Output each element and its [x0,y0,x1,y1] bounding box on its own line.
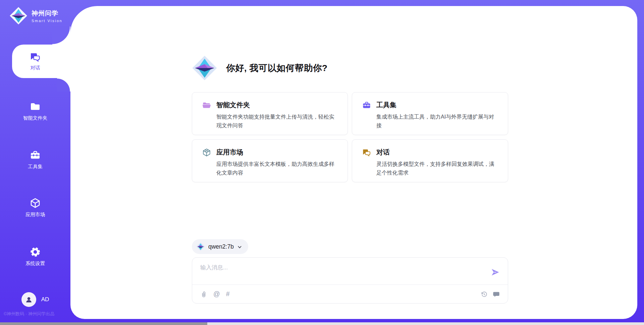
content-column: 你好, 我可以如何帮助你? 智能文件夹 智能文件夹功能支持批量文件上传与清洗，轻… [192,6,508,304]
user-profile[interactable]: AD [0,292,70,307]
model-selector[interactable]: qwen2:7b [192,239,248,254]
avatar [21,292,36,307]
card-description: 应用市场提供丰富长文本模板，助力高效生成多样化文章内容 [216,160,338,177]
card-description: 智能文件夹功能支持批量文件上传与清洗，轻松实现文件问答 [216,113,338,130]
model-name: qwen2:7b [208,243,234,250]
card-title: 智能文件夹 [216,101,250,110]
user-initials: AD [41,296,49,303]
mention-icon[interactable]: @ [213,291,220,298]
greeting-diamond-icon [192,55,217,81]
main-panel: 你好, 我可以如何帮助你? 智能文件夹 智能文件夹功能支持批量文件上传与清洗，轻… [70,6,637,319]
chat-icon [30,52,41,62]
copyright-footer: ©神州数码 · 神州问学出品 [4,311,54,317]
sidebar-item-label: 智能文件夹 [23,115,48,121]
folder-icon [30,101,41,112]
brand-text: 神州问学 Smart Vision [32,9,62,23]
sidebar-item-app-market[interactable]: 应用市场 [0,198,70,218]
active-tab-flare-bottom [57,78,70,91]
card-description: 集成市场上主流工具，助力AI与外界无缝扩展与对接 [376,113,498,130]
composer-tools-right [481,284,500,304]
brand-diamond-icon [9,7,28,25]
topic-icon[interactable]: # [226,291,230,298]
cube-grid-icon [202,148,211,157]
greeting-title: 你好, 我可以如何帮助你? [226,62,327,74]
chevron-down-icon [237,245,242,250]
composer-tools-left: @ # [200,284,230,304]
sidebar-item-settings[interactable]: 系统设置 [0,247,70,267]
sidebar: 神州问学 Smart Vision 对话 智能文件夹 [0,0,70,325]
briefcase-icon [30,150,41,160]
app-root: 神州问学 Smart Vision 对话 智能文件夹 [0,0,644,325]
message-composer: @ # [192,257,508,304]
sidebar-item-label: 对话 [31,65,40,71]
card-description: 灵活切换多模型文件，支持多样回复效果调试，满足个性化需求 [376,160,498,177]
sidebar-item-smart-folder[interactable]: 智能文件夹 [0,101,70,121]
horizontal-scrollbar [0,322,644,325]
briefcase-icon [362,101,371,110]
active-tab-flare-top [52,26,70,45]
card-toolset[interactable]: 工具集 集成市场上主流工具，助力AI与外界无缝扩展与对接 [352,92,508,135]
brand-title: 神州问学 [32,9,62,18]
send-icon[interactable] [491,268,500,277]
scrollbar-thumb[interactable] [0,322,207,325]
card-chat[interactable]: 对话 灵活切换多模型文件，支持多样回复效果调试，满足个性化需求 [352,139,508,182]
greeting: 你好, 我可以如何帮助你? [192,55,508,81]
card-title: 对话 [376,148,390,157]
quick-reply-icon[interactable] [493,291,500,298]
chat-icon [362,148,371,157]
card-title: 工具集 [376,101,396,110]
card-smart-folder[interactable]: 智能文件夹 智能文件夹功能支持批量文件上传与清洗，轻松实现文件问答 [192,92,348,135]
attachment-icon[interactable] [200,291,207,298]
sidebar-item-label: 系统设置 [25,260,45,267]
sidebar-item-chat[interactable]: 对话 [12,45,70,78]
cube-icon [30,198,41,208]
message-input[interactable] [200,264,482,282]
feature-cards: 智能文件夹 智能文件夹功能支持批量文件上传与清洗，轻松实现文件问答 工具 [192,92,508,182]
card-title: 应用市场 [216,148,243,157]
sidebar-item-label: 工具集 [28,164,43,170]
folder-open-icon [202,101,211,110]
person-icon [24,295,33,304]
composer-divider [192,284,508,285]
brand-logo: 神州问学 Smart Vision [9,7,62,25]
history-icon[interactable] [481,291,488,298]
model-logo-icon [196,242,205,251]
sidebar-item-label: 应用市场 [25,211,45,218]
card-app-market[interactable]: 应用市场 应用市场提供丰富长文本模板，助力高效生成多样化文章内容 [192,139,348,182]
brand-subtitle: Smart Vision [32,19,62,23]
sidebar-item-toolset[interactable]: 工具集 [0,150,70,170]
gear-icon [30,247,41,257]
